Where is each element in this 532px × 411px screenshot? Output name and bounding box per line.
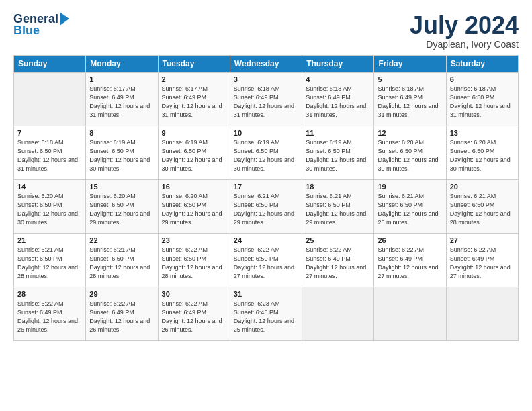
cell-detail-text: Sunrise: 6:20 AMSunset: 6:50 PMDaylight:…: [17, 192, 82, 227]
day-number: 18: [306, 183, 370, 191]
cell-detail-text: Sunrise: 6:21 AMSunset: 6:50 PMDaylight:…: [306, 192, 370, 227]
cell-detail-text: Sunrise: 6:19 AMSunset: 6:50 PMDaylight:…: [89, 138, 154, 173]
calendar-cell: 21Sunrise: 6:21 AMSunset: 6:50 PMDayligh…: [14, 233, 86, 287]
weekday-header-wednesday: Wednesday: [230, 55, 302, 72]
month-title: July 2024: [410, 12, 519, 39]
cell-detail-text: Sunrise: 6:17 AMSunset: 6:49 PMDaylight:…: [89, 85, 154, 120]
cell-detail-text: Sunrise: 6:22 AMSunset: 6:50 PMDaylight:…: [162, 246, 226, 281]
cell-detail-text: Sunrise: 6:18 AMSunset: 6:50 PMDaylight:…: [450, 85, 515, 120]
calendar-week-row: 7Sunrise: 6:18 AMSunset: 6:50 PMDaylight…: [14, 126, 519, 179]
calendar-cell: 8Sunrise: 6:19 AMSunset: 6:50 PMDaylight…: [86, 126, 158, 179]
day-number: 15: [89, 183, 154, 191]
cell-detail-text: Sunrise: 6:22 AMSunset: 6:49 PMDaylight:…: [89, 300, 154, 334]
day-number: 28: [17, 290, 82, 298]
title-area: July 2024 Dyaplean, Ivory Coast: [410, 12, 519, 50]
calendar-cell: 1Sunrise: 6:17 AMSunset: 6:49 PMDaylight…: [86, 72, 158, 126]
logo: General Blue: [13, 12, 69, 38]
day-number: 10: [234, 129, 298, 137]
cell-detail-text: Sunrise: 6:18 AMSunset: 6:50 PMDaylight:…: [17, 138, 82, 173]
cell-detail-text: Sunrise: 6:19 AMSunset: 6:50 PMDaylight:…: [306, 138, 370, 173]
calendar-cell: 15Sunrise: 6:20 AMSunset: 6:50 PMDayligh…: [86, 179, 158, 233]
day-number: 21: [17, 236, 82, 244]
calendar-cell: 10Sunrise: 6:19 AMSunset: 6:50 PMDayligh…: [230, 126, 302, 179]
day-number: 20: [450, 183, 515, 191]
day-number: 6: [450, 75, 515, 83]
calendar-cell: 13Sunrise: 6:20 AMSunset: 6:50 PMDayligh…: [446, 126, 518, 179]
day-number: 31: [234, 290, 298, 298]
weekday-header-friday: Friday: [374, 55, 446, 72]
day-number: 12: [378, 129, 442, 137]
weekday-header-sunday: Sunday: [14, 55, 86, 72]
cell-detail-text: Sunrise: 6:18 AMSunset: 6:49 PMDaylight:…: [378, 85, 442, 120]
calendar-cell: 25Sunrise: 6:22 AMSunset: 6:49 PMDayligh…: [302, 233, 374, 287]
cell-detail-text: Sunrise: 6:22 AMSunset: 6:49 PMDaylight:…: [162, 300, 226, 334]
cell-detail-text: Sunrise: 6:22 AMSunset: 6:49 PMDaylight:…: [450, 246, 515, 281]
calendar-cell: 20Sunrise: 6:21 AMSunset: 6:50 PMDayligh…: [446, 179, 518, 233]
calendar-cell: 7Sunrise: 6:18 AMSunset: 6:50 PMDaylight…: [14, 126, 86, 179]
calendar-cell: 31Sunrise: 6:23 AMSunset: 6:48 PMDayligh…: [230, 287, 302, 340]
calendar-week-row: 1Sunrise: 6:17 AMSunset: 6:49 PMDaylight…: [14, 72, 519, 126]
day-number: 14: [17, 183, 82, 191]
cell-detail-text: Sunrise: 6:21 AMSunset: 6:50 PMDaylight:…: [89, 246, 154, 281]
cell-detail-text: Sunrise: 6:22 AMSunset: 6:50 PMDaylight:…: [234, 246, 298, 281]
location-text: Dyaplean, Ivory Coast: [410, 39, 519, 50]
calendar-cell: [446, 287, 518, 340]
cell-detail-text: Sunrise: 6:19 AMSunset: 6:50 PMDaylight:…: [234, 138, 298, 173]
day-number: 27: [450, 236, 515, 244]
calendar-cell: 24Sunrise: 6:22 AMSunset: 6:50 PMDayligh…: [230, 233, 302, 287]
day-number: 3: [234, 75, 298, 83]
calendar-cell: 6Sunrise: 6:18 AMSunset: 6:50 PMDaylight…: [446, 72, 518, 126]
weekday-header-monday: Monday: [86, 55, 158, 72]
calendar-cell: 23Sunrise: 6:22 AMSunset: 6:50 PMDayligh…: [158, 233, 230, 287]
calendar-cell: 11Sunrise: 6:19 AMSunset: 6:50 PMDayligh…: [302, 126, 374, 179]
calendar-cell: 14Sunrise: 6:20 AMSunset: 6:50 PMDayligh…: [14, 179, 86, 233]
day-number: 30: [162, 290, 226, 298]
calendar-cell: 19Sunrise: 6:21 AMSunset: 6:50 PMDayligh…: [374, 179, 446, 233]
day-number: 7: [17, 129, 82, 137]
calendar-cell: [374, 287, 446, 340]
calendar-cell: 12Sunrise: 6:20 AMSunset: 6:50 PMDayligh…: [374, 126, 446, 179]
cell-detail-text: Sunrise: 6:20 AMSunset: 6:50 PMDaylight:…: [378, 138, 442, 173]
day-number: 4: [306, 75, 370, 83]
weekday-header-row: SundayMondayTuesdayWednesdayThursdayFrid…: [14, 55, 519, 72]
day-number: 26: [378, 236, 442, 244]
day-number: 17: [234, 183, 298, 191]
weekday-header-thursday: Thursday: [302, 55, 374, 72]
cell-detail-text: Sunrise: 6:22 AMSunset: 6:49 PMDaylight:…: [378, 246, 442, 281]
calendar-week-row: 28Sunrise: 6:22 AMSunset: 6:49 PMDayligh…: [14, 287, 519, 340]
calendar-cell: [302, 287, 374, 340]
calendar-cell: 2Sunrise: 6:17 AMSunset: 6:49 PMDaylight…: [158, 72, 230, 126]
weekday-header-tuesday: Tuesday: [158, 55, 230, 72]
cell-detail-text: Sunrise: 6:21 AMSunset: 6:50 PMDaylight:…: [17, 246, 82, 281]
day-number: 22: [89, 236, 154, 244]
calendar-cell: 29Sunrise: 6:22 AMSunset: 6:49 PMDayligh…: [86, 287, 158, 340]
cell-detail-text: Sunrise: 6:20 AMSunset: 6:50 PMDaylight:…: [162, 192, 226, 227]
day-number: 11: [306, 129, 370, 137]
cell-detail-text: Sunrise: 6:18 AMSunset: 6:49 PMDaylight:…: [234, 85, 298, 120]
calendar-cell: 3Sunrise: 6:18 AMSunset: 6:49 PMDaylight…: [230, 72, 302, 126]
logo-blue-text: Blue: [13, 24, 40, 38]
cell-detail-text: Sunrise: 6:21 AMSunset: 6:50 PMDaylight:…: [234, 192, 298, 227]
calendar-cell: 22Sunrise: 6:21 AMSunset: 6:50 PMDayligh…: [86, 233, 158, 287]
calendar-cell: [14, 72, 86, 126]
day-number: 13: [450, 129, 515, 137]
calendar-cell: 16Sunrise: 6:20 AMSunset: 6:50 PMDayligh…: [158, 179, 230, 233]
cell-detail-text: Sunrise: 6:20 AMSunset: 6:50 PMDaylight:…: [450, 138, 515, 173]
cell-detail-text: Sunrise: 6:18 AMSunset: 6:49 PMDaylight:…: [306, 85, 370, 120]
cell-detail-text: Sunrise: 6:22 AMSunset: 6:49 PMDaylight:…: [306, 246, 370, 281]
calendar-week-row: 21Sunrise: 6:21 AMSunset: 6:50 PMDayligh…: [14, 233, 519, 287]
calendar-week-row: 14Sunrise: 6:20 AMSunset: 6:50 PMDayligh…: [14, 179, 519, 233]
day-number: 8: [89, 129, 154, 137]
page: General Blue July 2024 Dyaplean, Ivory C…: [0, 0, 532, 411]
calendar-cell: 26Sunrise: 6:22 AMSunset: 6:49 PMDayligh…: [374, 233, 446, 287]
calendar-cell: 18Sunrise: 6:21 AMSunset: 6:50 PMDayligh…: [302, 179, 374, 233]
day-number: 16: [162, 183, 226, 191]
calendar-cell: 4Sunrise: 6:18 AMSunset: 6:49 PMDaylight…: [302, 72, 374, 126]
cell-detail-text: Sunrise: 6:21 AMSunset: 6:50 PMDaylight:…: [450, 192, 515, 227]
day-number: 1: [89, 75, 154, 83]
header: General Blue July 2024 Dyaplean, Ivory C…: [13, 12, 519, 50]
cell-detail-text: Sunrise: 6:20 AMSunset: 6:50 PMDaylight:…: [89, 192, 154, 227]
day-number: 5: [378, 75, 442, 83]
day-number: 9: [162, 129, 226, 137]
cell-detail-text: Sunrise: 6:23 AMSunset: 6:48 PMDaylight:…: [234, 300, 298, 334]
